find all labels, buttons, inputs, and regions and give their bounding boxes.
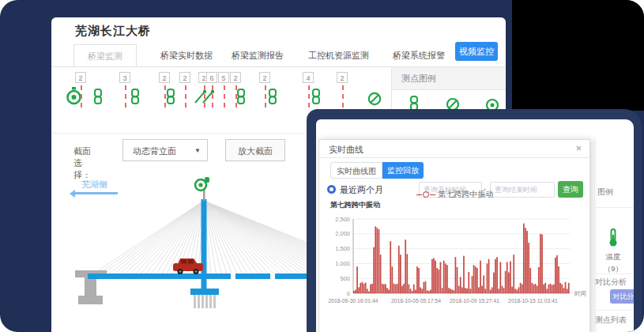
chain-link-icon[interactable] [130, 89, 141, 108]
compare-analysis-button[interactable]: 对比分析 [610, 289, 634, 304]
chain-link-icon[interactable] [166, 89, 176, 108]
chain-link-icon[interactable] [268, 89, 278, 108]
section-select-dropdown[interactable]: 动态背立面 ▼ [122, 139, 208, 161]
close-icon[interactable]: × [575, 142, 582, 154]
zoom-section-button[interactable]: 放大截面 [225, 139, 285, 161]
legend-panel-title: 测点图例 [392, 67, 506, 90]
chain-link-icon [409, 96, 420, 110]
tab-monitoring-report[interactable]: 桥梁监测报告 [232, 44, 284, 66]
sensor-dashed-line [224, 85, 225, 108]
svg-text:2018-10-09 15:27:41: 2018-10-09 15:27:41 [450, 298, 499, 304]
divider [594, 207, 634, 208]
sidebar-legend-fragment: 图例 [597, 187, 613, 198]
bridge-pier-piles [190, 289, 219, 308]
sensor-count-badge: 2 [179, 72, 190, 83]
sensor-dashed-line [308, 85, 310, 108]
realtime-curve-dialog: 实时曲线 × 实时曲线图 监控回放 最近两个月 - 查询 第七跨跨中振动 [318, 139, 590, 332]
section-select-value: 动态背立面 [133, 146, 176, 156]
dialog-titlebar: 实时曲线 × [319, 140, 589, 158]
legend-dash [416, 194, 422, 195]
sensor-count-badge: 2 [159, 72, 170, 83]
sensor-dashed-line [125, 85, 126, 108]
sensor-count-badge: 6 [206, 72, 217, 83]
tab-system-alarm[interactable]: 桥梁系统报警 [393, 44, 445, 66]
camera-icon [195, 177, 209, 191]
legend-series-name: 第七跨跨中振动 [438, 190, 493, 198]
page-title: 芜湖长江大桥 [75, 24, 151, 39]
chain-link-icon[interactable] [236, 89, 247, 108]
tab-ipc-resource[interactable]: 工控机资源监测 [308, 44, 369, 66]
point-list-label: 测点列表 [595, 315, 627, 326]
dialog-title: 实时曲线 [329, 144, 363, 156]
svg-text:时间: 时间 [574, 290, 586, 297]
sensor-count-badge: 2 [230, 72, 241, 83]
svg-text:2018-10-15 11:03:41: 2018-10-15 11:03:41 [508, 298, 558, 304]
tab-curve-view[interactable]: 实时曲线图 [330, 162, 382, 179]
sensor-count-badge: 2 [259, 72, 270, 83]
svg-text:2018-09-30 16:01:44: 2018-09-30 16:01:44 [328, 298, 378, 304]
sensor-count-badge: 4 [303, 72, 314, 83]
tab-realtime-data[interactable]: 桥梁实时数据 [160, 44, 213, 66]
background-card: 芜湖长江大桥 桥梁监测 桥梁实时数据 桥梁监测报告 工控机资源监测 桥梁系统报警… [0, 0, 644, 332]
sensor-dashed-line [81, 85, 82, 108]
chart-legend[interactable]: 第七跨跨中振动 [319, 189, 589, 200]
sensor-count-badge: 2 [337, 72, 348, 83]
legend-dash [430, 194, 435, 195]
tab-bridge-monitoring[interactable]: 桥梁监测 [73, 44, 137, 66]
sensor-count-badge: 5 [218, 72, 229, 83]
sensor-dashed-line [204, 85, 205, 108]
screenshot-stage: 芜湖长江大桥 桥梁监测 桥梁实时数据 桥梁监测报告 工控机资源监测 桥梁系统报警… [0, 0, 644, 332]
divider [594, 310, 634, 311]
svg-text:2,000: 2,000 [335, 230, 350, 237]
overlay-window-page: 实时曲线 × 实时曲线图 监控回放 最近两个月 - 查询 第七跨跨中振动 [316, 119, 634, 332]
overlay-window: 实时曲线 × 实时曲线图 监控回放 最近两个月 - 查询 第七跨跨中振动 [307, 109, 642, 332]
svg-text:2018-10-05 05:17:54: 2018-10-05 05:17:54 [391, 298, 441, 304]
sensor-dashed-line [212, 85, 213, 108]
chevron-down-icon: ▼ [194, 140, 201, 162]
temperature-legend-item[interactable]: 温度 （9） [594, 228, 632, 274]
chain-link-icon[interactable] [93, 89, 104, 108]
compare-section-title: 对比分析 [595, 277, 627, 288]
temperature-label: 温度 [594, 252, 632, 262]
svg-text:2,500: 2,500 [335, 216, 350, 223]
svg-text:500: 500 [340, 275, 350, 282]
left-arrow-icon [72, 192, 118, 194]
no-entry-icon[interactable] [367, 92, 382, 106]
video-monitor-button[interactable]: 视频监控 [455, 42, 498, 61]
legend-circle-marker [423, 191, 429, 198]
svg-text:0: 0 [347, 290, 350, 297]
sensor-icon-row: 23222652242 [51, 70, 391, 114]
sensor-count-badge: 3 [119, 72, 130, 83]
bridge-side-label: 芜湖侧 [81, 179, 107, 191]
svg-text:1,500: 1,500 [335, 245, 350, 252]
sensor-dashed-line [265, 85, 266, 108]
thermometer-icon [608, 228, 618, 247]
main-tab-bar: 桥梁监测 桥梁实时数据 桥梁监测报告 工控机资源监测 桥梁系统报警 视频监控 [51, 44, 506, 67]
vibration-chart: 05001,0001,5002,0002,5002018-09-30 16:01… [319, 209, 591, 314]
sensor-count-badge: 2 [75, 72, 86, 83]
black-panel [512, 0, 644, 111]
tab-monitor-playback[interactable]: 监控回放 [382, 162, 424, 179]
divider [594, 274, 634, 274]
svg-text:1,000: 1,000 [335, 260, 350, 267]
sensor-dashed-line [185, 85, 186, 108]
sensor-dashed-line [342, 85, 344, 108]
chain-link-icon[interactable] [311, 89, 322, 108]
